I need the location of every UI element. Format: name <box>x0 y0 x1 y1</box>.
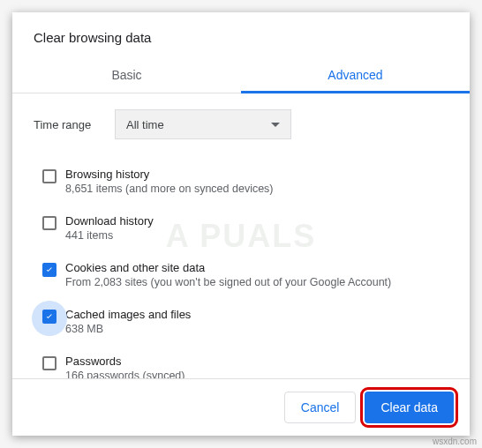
dialog-footer: Cancel Clear data <box>12 378 470 436</box>
tab-bar: Basic Advanced <box>12 59 470 93</box>
item-subtitle: 166 passwords (synced) <box>65 370 448 378</box>
checkbox-cookies[interactable] <box>42 263 56 277</box>
dialog-content-scroll[interactable]: Time range All time Browsing history 8,6… <box>12 93 470 378</box>
time-range-select[interactable]: All time <box>115 109 291 139</box>
item-subtitle: 441 items <box>65 229 448 242</box>
checkbox-passwords[interactable] <box>42 356 56 370</box>
list-item: Download history 441 items <box>34 207 448 254</box>
item-subtitle: 8,651 items (and more on synced devices) <box>65 183 448 195</box>
chevron-down-icon <box>271 123 280 127</box>
item-title: Cached images and files <box>65 308 448 321</box>
checkbox-browsing-history[interactable] <box>42 169 56 183</box>
tab-advanced[interactable]: Advanced <box>241 59 470 93</box>
list-item: Cookies and other site data From 2,083 s… <box>34 254 448 301</box>
dialog-title: Clear browsing data <box>12 12 470 59</box>
attribution-text: wsxdn.com <box>433 437 477 446</box>
item-title: Download history <box>65 214 448 228</box>
cancel-button[interactable]: Cancel <box>284 392 357 423</box>
tab-basic[interactable]: Basic <box>12 59 241 93</box>
list-item: Passwords 166 passwords (synced) <box>34 347 448 378</box>
clear-data-button[interactable]: Clear data <box>365 392 454 423</box>
item-title: Cookies and other site data <box>65 261 448 274</box>
time-range-label: Time range <box>34 118 115 131</box>
list-item: Cached images and files 638 MB <box>34 301 448 347</box>
time-range-value: All time <box>126 118 164 131</box>
list-item: Browsing history 8,651 items (and more o… <box>34 161 448 207</box>
item-title: Browsing history <box>65 168 448 181</box>
clear-browsing-data-dialog: Clear browsing data Basic Advanced A PUA… <box>12 12 470 436</box>
item-subtitle: 638 MB <box>65 323 448 335</box>
checkbox-download-history[interactable] <box>42 216 56 230</box>
item-title: Passwords <box>65 355 448 368</box>
checkbox-cached-images[interactable] <box>42 310 56 324</box>
time-range-row: Time range All time <box>34 109 448 139</box>
item-subtitle: From 2,083 sites (you won't be signed ou… <box>65 276 448 288</box>
